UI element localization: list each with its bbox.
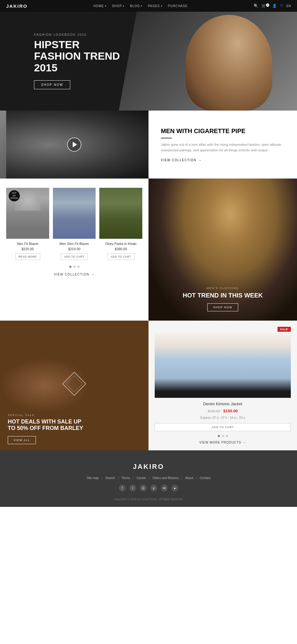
main-nav: HOME ▾ SHOP ▾ BLOG ▾ PAGES ▾ PURCHASE <box>93 4 187 8</box>
sale-dot-3[interactable] <box>226 435 228 437</box>
hot-trend-title: HOT TREND IN THIS WEEK <box>183 292 263 299</box>
cart-icon[interactable]: 🛒0 <box>261 4 269 8</box>
cart-count: 0 <box>266 3 269 7</box>
nav-shop[interactable]: SHOP ▾ <box>112 4 124 8</box>
dot-3[interactable] <box>77 266 80 268</box>
rss-icon[interactable]: ● <box>171 485 178 491</box>
hot-trend-label: MEN'S CLOTHING <box>183 287 263 290</box>
nav-pages[interactable]: PAGES ▾ <box>148 4 162 8</box>
nav-blog[interactable]: BLOG ▾ <box>130 4 142 8</box>
arrow-right-icon <box>91 273 95 276</box>
brand-logo[interactable]: JAKIRO <box>6 3 28 9</box>
product-card-2: Men Slim Fit Blazer $210.00 ADD TO CART <box>53 188 96 260</box>
view-collection-center[interactable]: VIEW COLLECTION <box>6 273 142 276</box>
cigarette-info-panel: MEN WITH CIGARETTE PIPE Jakiro grew out … <box>148 111 297 179</box>
twitter-icon[interactable]: t <box>129 485 136 491</box>
product-price-2: $210.00 <box>53 247 96 251</box>
view-collection-link[interactable]: VIEW COLLECTION <box>161 158 285 162</box>
cigarette-title: MEN WITH CIGARETTE PIPE <box>161 127 285 135</box>
footer-copyright: Copyrights © 2016 by LunarTheme. All Rig… <box>6 498 291 501</box>
pinterest-icon[interactable]: p <box>150 485 157 491</box>
sale-add-to-cart-button[interactable]: ADD TO CART <box>155 423 291 431</box>
dot-2[interactable] <box>73 266 75 268</box>
footer-link-terms[interactable]: Terms <box>118 476 133 480</box>
footer-link-contact[interactable]: Contact <box>197 476 213 480</box>
play-button[interactable] <box>67 137 81 152</box>
hot-trend-button[interactable]: SHOP NOW <box>207 303 238 311</box>
heart-icon[interactable]: ♡ <box>280 4 283 8</box>
sale-dot-2[interactable] <box>222 435 224 437</box>
navbar-icons: 🔍 🛒0 👤 ♡ EN <box>254 4 291 8</box>
footer-link-about[interactable]: About <box>182 476 196 480</box>
googleplus-icon[interactable]: G <box>140 485 147 491</box>
product-card-1: OUT OF STOCK Slim Fit Blazer $220.00 REA… <box>6 188 49 260</box>
hero-model-image <box>186 15 272 111</box>
product-card-3: Obey Parka in Khaki $390.00 ADD TO CART <box>99 188 142 260</box>
cigarette-description: Jakiro grew out of a love affair with th… <box>161 142 285 153</box>
product-name-3: Obey Parka in Khaki <box>99 242 142 246</box>
hero-cta-button[interactable]: ShOp Now <box>34 80 70 89</box>
product-image-3 <box>99 188 142 239</box>
expires-row: Expires: 07 d : 07 h : 19 m : 03 s <box>155 416 291 419</box>
footer-logo: JAKIRO <box>6 463 291 471</box>
nav-purchase[interactable]: PURCHASE <box>168 4 188 8</box>
expires-timer: 07 d : 07 h : 19 m : 03 s <box>213 416 245 419</box>
original-price: $195.50 <box>208 409 220 413</box>
hot-trend-content: MEN'S CLOTHING HOT TREND IN THIS WEEK SH… <box>183 287 263 321</box>
hero-subtitle: Fashion Lookbook 2015 <box>34 33 121 36</box>
hero-content: Fashion Lookbook 2015 HIPSTER FASHION TR… <box>0 33 121 89</box>
product-model-2 <box>53 188 96 239</box>
diamond-badge-inner <box>66 375 83 392</box>
denim-jacket-model <box>155 333 291 398</box>
product-price-1: $220.00 <box>6 247 49 251</box>
sale-product-name: Denim Kimono Jacket <box>155 402 291 406</box>
products-grid: OUT OF STOCK Slim Fit Blazer $220.00 REA… <box>6 188 142 260</box>
user-icon[interactable]: 👤 <box>272 4 277 8</box>
sale-product-dots <box>155 435 291 437</box>
navbar: JAKIRO HOME ▾ SHOP ▾ BLOG ▾ PAGES ▾ PURC… <box>0 0 297 12</box>
product-price-3: $390.00 <box>99 247 142 251</box>
product-name-2: Men Slim Fit Blazer <box>53 242 96 246</box>
product-btn-1[interactable]: READ MORE <box>15 253 40 260</box>
footer-link-career[interactable]: Career <box>133 476 149 480</box>
footer-link-orders[interactable]: Oders and Returns <box>149 476 182 480</box>
sale-product-price: $195.50 $150.00 <box>155 408 291 414</box>
search-icon[interactable]: 🔍 <box>254 4 258 8</box>
footer-social: f t G p ✉ ● <box>6 485 291 491</box>
product-dots <box>6 266 142 268</box>
sale-title: HOT DEALS WITH SALE UP TO 50% OFF FROM B… <box>8 419 88 432</box>
video-info-section: MEN WITH CIGARETTE PIPE Jakiro grew out … <box>0 111 297 179</box>
product-name-1: Slim Fit Blazer <box>6 242 49 246</box>
chevron-down-icon: ▾ <box>161 5 162 7</box>
arrow-right-icon <box>198 158 202 162</box>
sale-product-panel: SALE! Denim Kimono Jacket $195.50 $150.0… <box>148 321 297 450</box>
sale-view-all-button[interactable]: VIEW ALL <box>8 436 36 444</box>
sale-price: $150.00 <box>223 409 238 413</box>
products-hottrend-section: OUT OF STOCK Slim Fit Blazer $220.00 REA… <box>0 179 297 321</box>
arrow-right-icon <box>243 441 246 444</box>
view-more-products-link[interactable]: VIEW MORE PRODUCTS <box>155 441 291 444</box>
footer-links: Site map Search Terms Career Oders and R… <box>6 476 291 480</box>
product-btn-3[interactable]: ADD TO CART <box>107 253 135 260</box>
products-panel: OUT OF STOCK Slim Fit Blazer $220.00 REA… <box>0 179 148 321</box>
sale-badge: SALE! <box>278 327 291 332</box>
chevron-down-icon: ▾ <box>141 5 142 7</box>
footer-link-sitemap[interactable]: Site map <box>84 476 102 480</box>
out-of-stock-badge: OUT OF STOCK <box>9 190 20 201</box>
expires-label: Expires: <box>200 416 212 419</box>
sale-dot-1[interactable] <box>218 435 220 437</box>
footer-link-search[interactable]: Search <box>102 476 118 480</box>
sale-content: Special Sale HOT DEALS WITH SALE UP TO 5… <box>0 407 96 450</box>
product-model-3 <box>99 188 142 239</box>
nav-home[interactable]: HOME ▾ <box>93 4 106 8</box>
language-selector[interactable]: EN <box>286 4 291 8</box>
dot-1[interactable] <box>69 266 71 268</box>
product-image-1: OUT OF STOCK <box>6 188 49 239</box>
product-btn-2[interactable]: ADD TO CART <box>61 253 88 260</box>
email-icon[interactable]: ✉ <box>161 485 168 491</box>
facebook-icon[interactable]: f <box>119 485 126 491</box>
title-divider <box>161 138 172 138</box>
hero-section: Fashion Lookbook 2015 HIPSTER FASHION TR… <box>0 12 297 111</box>
chevron-down-icon: ▾ <box>105 5 106 7</box>
video-panel <box>0 111 148 179</box>
